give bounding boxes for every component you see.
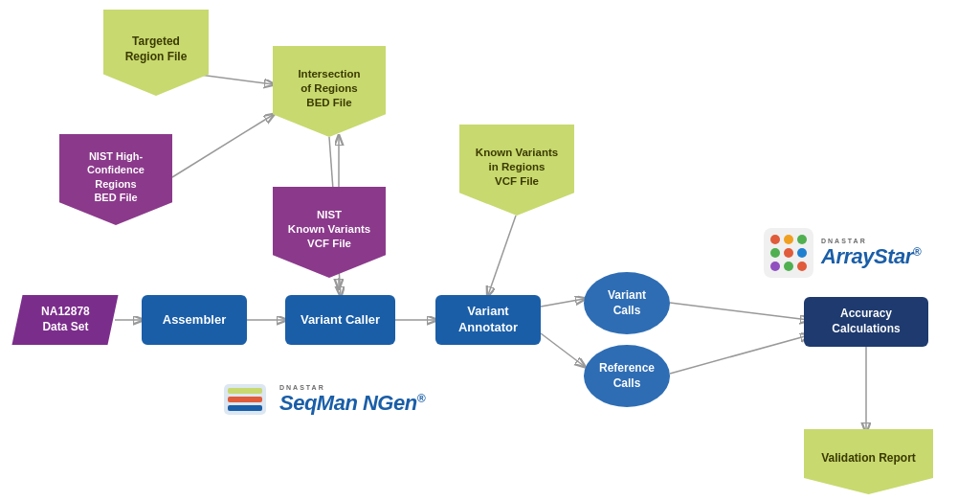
arraystar-logo: DNASTAR ArrayStar® [764,228,921,278]
svg-rect-16 [228,397,262,402]
svg-point-22 [770,248,780,258]
svg-line-4 [541,333,584,366]
reference-calls-ellipse: ReferenceCalls [584,345,670,407]
variant-calls-ellipse: VariantCalls [584,272,670,334]
known-variants-vcf-file: Known Variantsin RegionsVCF File [459,125,574,216]
svg-point-26 [784,262,793,271]
svg-point-20 [784,235,793,244]
arraystar-name-text: ArrayStar® [821,244,921,269]
seqman-icon [220,378,270,421]
svg-point-23 [784,248,793,258]
seqman-ngen-logo: DNASTAR SeqMan NGen® [220,378,425,421]
svg-line-9 [172,115,273,177]
svg-line-5 [670,303,809,320]
svg-line-6 [670,335,809,374]
assembler-box: Assembler [142,295,247,345]
svg-rect-15 [228,388,262,394]
validation-report: Validation Report [804,429,933,494]
seqman-name-text: SeqMan NGen® [279,391,425,416]
svg-rect-17 [228,405,262,411]
workflow-diagram: Targeted Region File Intersectionof Regi… [0,0,980,501]
seqman-brand-text: DNASTAR [279,384,425,391]
variant-caller-box: Variant Caller [285,295,395,345]
nist-known-variants-vcf-file: NISTKnown VariantsVCF File [273,187,386,278]
arraystar-brand-text: DNASTAR [821,238,921,244]
svg-point-27 [797,262,807,271]
svg-point-21 [797,235,807,244]
targeted-region-file: Targeted Region File [103,10,209,96]
na12878-dataset: NA12878Data Set [11,295,118,345]
variant-annotator-box: VariantAnnotator [435,295,541,345]
svg-point-25 [770,262,780,271]
svg-point-24 [797,248,807,258]
arraystar-dots-icon [764,228,813,278]
intersection-bed-file: Intersectionof RegionsBED File [273,46,386,137]
svg-line-12 [488,216,516,295]
svg-line-3 [541,299,584,307]
svg-point-19 [770,235,780,244]
nist-high-confidence-bed-file: NIST High-Confidence RegionsBED File [59,134,172,225]
accuracy-calculations-box: AccuracyCalculations [804,297,928,347]
